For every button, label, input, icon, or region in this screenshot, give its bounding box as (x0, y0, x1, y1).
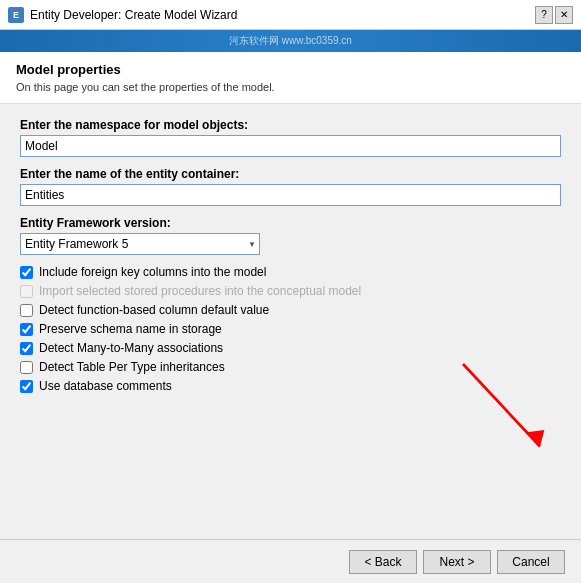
checkbox-function-based[interactable] (20, 304, 33, 317)
svg-marker-1 (527, 430, 545, 447)
back-button[interactable]: < Back (349, 550, 417, 574)
checkbox-group-7: Use database comments (20, 379, 561, 393)
checkbox-preserve-schema[interactable] (20, 323, 33, 336)
title-bar: E Entity Developer: Create Model Wizard … (0, 0, 581, 30)
framework-select[interactable]: Entity Framework 5 Entity Framework 6 En… (20, 233, 260, 255)
help-button[interactable]: ? (535, 6, 553, 24)
footer: < Back Next > Cancel (0, 539, 581, 583)
container-group: Enter the name of the entity container: (20, 167, 561, 206)
checkbox-group-3: Detect function-based column default val… (20, 303, 561, 317)
checkbox-table-per-type[interactable] (20, 361, 33, 374)
watermark-bar: 河东软件网 www.bc0359.cn (0, 30, 581, 52)
app-icon: E (8, 7, 24, 23)
cancel-button[interactable]: Cancel (497, 550, 565, 574)
checkbox-group-5: Detect Many-to-Many associations (20, 341, 561, 355)
container-label: Enter the name of the entity container: (20, 167, 561, 181)
checkbox-foreign-keys[interactable] (20, 266, 33, 279)
framework-select-wrapper: Entity Framework 5 Entity Framework 6 En… (20, 233, 260, 255)
dialog-body: Model properties On this page you can se… (0, 52, 581, 583)
content-area: Enter the namespace for model objects: E… (0, 104, 581, 539)
close-button[interactable]: ✕ (555, 6, 573, 24)
namespace-group: Enter the namespace for model objects: (20, 118, 561, 157)
checkbox-db-comments-label: Use database comments (39, 379, 172, 393)
checkbox-many-to-many-label: Detect Many-to-Many associations (39, 341, 223, 355)
checkbox-group-4: Preserve schema name in storage (20, 322, 561, 336)
page-subtitle: On this page you can set the properties … (16, 81, 565, 93)
svg-line-0 (463, 364, 540, 447)
checkbox-foreign-keys-label: Include foreign key columns into the mod… (39, 265, 266, 279)
checkbox-group-6: Detect Table Per Type inheritances (20, 360, 561, 374)
next-button[interactable]: Next > (423, 550, 491, 574)
namespace-input[interactable] (20, 135, 561, 157)
framework-label: Entity Framework version: (20, 216, 561, 230)
framework-group: Entity Framework version: Entity Framewo… (20, 216, 561, 255)
window-title: Entity Developer: Create Model Wizard (30, 8, 237, 22)
checkbox-stored-procedures[interactable] (20, 285, 33, 298)
checkbox-stored-procedures-label: Import selected stored procedures into t… (39, 284, 361, 298)
header-section: Model properties On this page you can se… (0, 52, 581, 104)
checkbox-group-2: Import selected stored procedures into t… (20, 284, 561, 298)
title-bar-left: E Entity Developer: Create Model Wizard (8, 7, 237, 23)
watermark-text: 河东软件网 www.bc0359.cn (229, 34, 352, 48)
container-input[interactable] (20, 184, 561, 206)
checkboxes-section: Include foreign key columns into the mod… (20, 265, 561, 393)
checkbox-group-1: Include foreign key columns into the mod… (20, 265, 561, 279)
checkbox-table-per-type-label: Detect Table Per Type inheritances (39, 360, 225, 374)
page-title: Model properties (16, 62, 565, 77)
title-bar-controls: ? ✕ (535, 6, 573, 24)
namespace-label: Enter the namespace for model objects: (20, 118, 561, 132)
checkbox-preserve-schema-label: Preserve schema name in storage (39, 322, 222, 336)
checkbox-many-to-many[interactable] (20, 342, 33, 355)
checkbox-db-comments[interactable] (20, 380, 33, 393)
checkbox-function-based-label: Detect function-based column default val… (39, 303, 269, 317)
